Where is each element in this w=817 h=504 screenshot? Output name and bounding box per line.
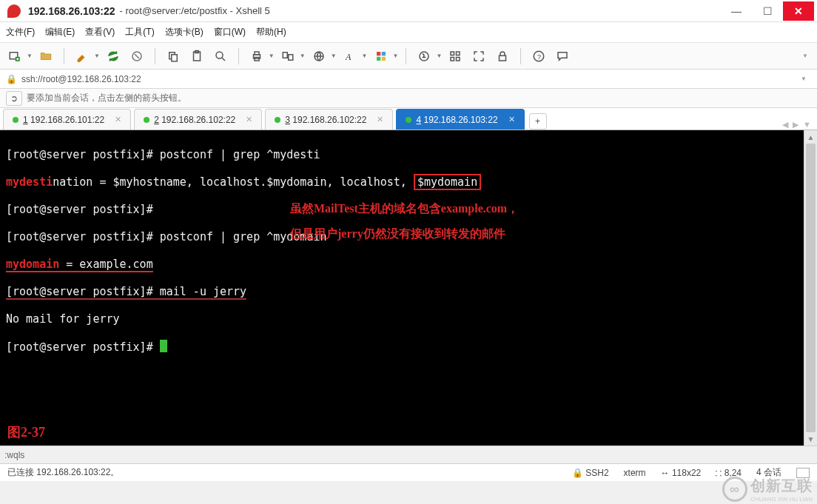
separator	[520, 48, 521, 64]
dropdown-icon[interactable]: ▼	[269, 53, 275, 59]
scroll-track[interactable]	[804, 144, 817, 432]
menubar: 文件(F) 编辑(E) 查看(V) 工具(T) 选项卡(B) 窗口(W) 帮助(…	[0, 22, 817, 43]
title-path: - root@server:/etc/postfix - Xshell 5	[120, 5, 270, 16]
find-icon[interactable]	[210, 46, 231, 67]
tab-nav: ◀ ▶ ▼	[782, 120, 817, 130]
tab-prev-icon[interactable]: ◀	[782, 120, 788, 130]
term-line: [root@server postfix]#	[6, 203, 153, 216]
compose-bar[interactable]: :wqls	[0, 446, 817, 463]
terminal[interactable]: [root@server postfix]# postconf | grep ^…	[0, 130, 804, 446]
status-connected: 已连接 192.168.26.103:22。	[7, 466, 119, 479]
transfer-icon[interactable]	[278, 46, 298, 67]
tab-bar: 1 192.168.26.101:22 ✕ 2 192.168.26.102:2…	[0, 108, 817, 130]
script-icon[interactable]	[414, 46, 434, 67]
print-icon[interactable]	[246, 46, 267, 67]
toolbar: ▼ ▼ ▼ ▼ ▼ A ▼ ▼ ▼ ? ▼	[0, 43, 817, 70]
menu-file[interactable]: 文件(F)	[6, 26, 35, 38]
separator	[238, 48, 239, 64]
paste-icon[interactable]	[186, 46, 207, 67]
svg-rect-20	[451, 52, 454, 56]
status-size: ↔ 118x22	[661, 468, 702, 478]
add-session-arrow-button[interactable]: ➲	[6, 91, 22, 106]
status-dot-icon	[144, 117, 149, 123]
svg-rect-21	[457, 52, 460, 56]
maximize-button[interactable]: ☐	[752, 1, 783, 21]
tab-3[interactable]: 3 192.168.26.102:22 ✕	[265, 109, 393, 130]
tab-next-icon[interactable]: ▶	[793, 120, 798, 130]
tab-close-icon[interactable]: ✕	[377, 115, 383, 124]
font-icon[interactable]: A	[340, 46, 360, 67]
term-prompt: [root@server postfix]#	[6, 340, 160, 354]
svg-point-7	[216, 52, 223, 58]
term-value: example.com	[79, 258, 152, 272]
dropdown-icon[interactable]: ▼	[27, 53, 33, 59]
tab-2[interactable]: 2 192.168.26.102:22 ✕	[134, 109, 262, 130]
chat-icon[interactable]	[552, 46, 573, 67]
addr-overflow[interactable]: ▼	[801, 75, 811, 82]
window-controls: — ☐ ✕	[721, 1, 814, 21]
tab-menu-icon[interactable]: ▼	[803, 120, 811, 130]
fullscreen-icon[interactable]	[468, 46, 489, 67]
color-icon[interactable]	[371, 46, 391, 67]
svg-rect-22	[451, 57, 454, 61]
new-tab-button[interactable]: +	[529, 113, 547, 130]
highlighter-icon[interactable]	[72, 46, 93, 67]
status-dot-icon	[13, 117, 19, 123]
dropdown-icon[interactable]: ▼	[436, 53, 442, 59]
menu-window[interactable]: 窗口(W)	[214, 26, 246, 38]
addons-icon[interactable]	[445, 46, 465, 67]
tab-close-icon[interactable]: ✕	[246, 115, 252, 124]
menu-tools[interactable]: 工具(T)	[125, 26, 154, 38]
dropdown-icon[interactable]: ▼	[331, 53, 337, 59]
dropdown-icon[interactable]: ▼	[300, 53, 306, 59]
menu-view[interactable]: 查看(V)	[85, 26, 115, 38]
terminal-scrollbar[interactable]: ▲ ▼	[804, 130, 817, 446]
tab-number: 3	[285, 115, 290, 125]
cursor-icon	[160, 340, 167, 352]
annotation-line2: 但是用户jerry仍然没有接收到转发的邮件	[290, 226, 505, 242]
dropdown-icon[interactable]: ▼	[393, 53, 399, 59]
tab-1[interactable]: 1 192.168.26.101:22 ✕	[3, 109, 131, 130]
svg-rect-23	[457, 57, 460, 61]
toolbar-overflow[interactable]: ▼	[802, 53, 813, 59]
tab-4-active[interactable]: 4 192.168.26.103:22 ✕	[396, 109, 524, 130]
dropdown-icon[interactable]: ▼	[94, 53, 100, 59]
svg-rect-15	[377, 52, 380, 56]
highlighted-mydomain: $mydomain	[414, 174, 481, 190]
hint-bar: ➲ 要添加当前会话，点击左侧的箭头按钮。	[0, 89, 817, 108]
status-proto: 🔒 SSH2	[572, 468, 609, 478]
watermark-sub: CHUANG XIN HU LIAN	[750, 496, 813, 503]
disconnect-icon[interactable]	[127, 46, 147, 67]
globe-icon[interactable]	[309, 46, 329, 67]
menu-edit[interactable]: 编辑(E)	[45, 26, 75, 38]
term-line: [root@server postfix]# postconf | grep ^…	[6, 148, 320, 161]
tab-label: 192.168.26.102:22	[161, 115, 235, 125]
lock-icon[interactable]	[492, 46, 513, 67]
menu-tabs[interactable]: 选项卡(B)	[165, 26, 204, 38]
copy-icon[interactable]	[163, 46, 184, 67]
svg-text:A: A	[345, 51, 352, 61]
address-url[interactable]: ssh://root@192.168.26.103:22	[21, 74, 141, 84]
tab-close-icon[interactable]: ✕	[115, 115, 121, 124]
tab-number: 1	[23, 115, 28, 125]
reconnect-icon[interactable]	[103, 46, 124, 67]
dropdown-icon[interactable]: ▼	[362, 53, 368, 59]
tab-label: 192.168.26.102:22	[292, 115, 366, 125]
scroll-thumb[interactable]	[806, 144, 816, 432]
scroll-down-icon[interactable]: ▼	[804, 432, 817, 446]
term-text: nation = $myhostname, localhost.$mydomai…	[53, 175, 414, 189]
svg-text:?: ?	[537, 52, 542, 60]
watermark-text: 创新互联	[750, 477, 813, 494]
hint-text: 要添加当前会话，点击左侧的箭头按钮。	[27, 92, 186, 104]
tab-number: 4	[416, 115, 421, 125]
scroll-up-icon[interactable]: ▲	[804, 130, 817, 144]
menu-help[interactable]: 帮助(H)	[256, 26, 286, 38]
new-session-icon[interactable]	[4, 46, 25, 67]
svg-rect-9	[255, 52, 259, 55]
open-icon[interactable]	[36, 46, 56, 67]
svg-rect-4	[172, 54, 178, 61]
minimize-button[interactable]: —	[721, 1, 752, 21]
help-icon[interactable]: ?	[528, 46, 549, 67]
close-button[interactable]: ✕	[783, 1, 814, 21]
tab-close-icon[interactable]: ✕	[508, 115, 515, 124]
